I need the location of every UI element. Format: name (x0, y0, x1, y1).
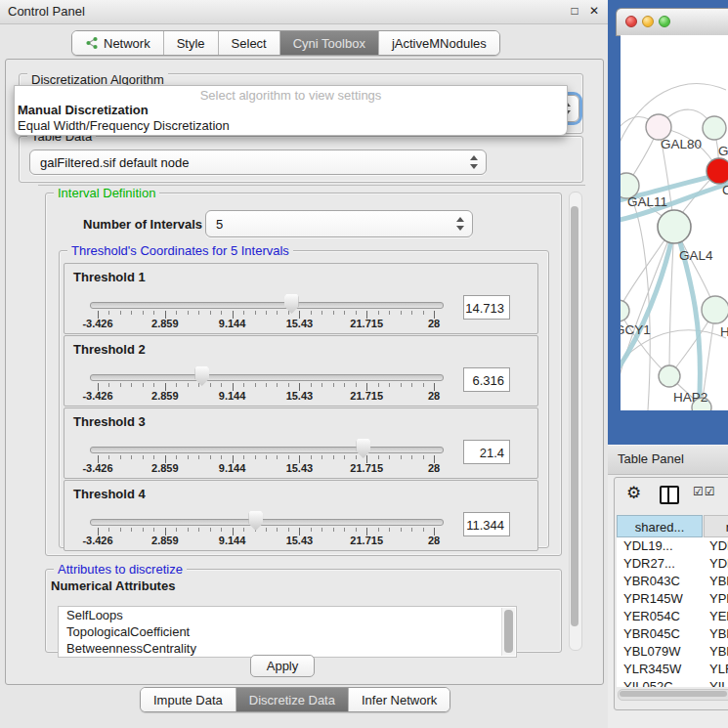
gear-icon[interactable]: ⚙ (626, 483, 641, 503)
threshold-3-slider-thumb[interactable] (356, 439, 370, 458)
threshold-1-value-field[interactable]: 14.713 (463, 295, 510, 320)
tick-label: 28 (428, 390, 440, 402)
content-scrollbar-thumb[interactable] (571, 206, 578, 626)
cell-name: YIL0 (706, 678, 728, 687)
select-columns-icon[interactable]: ☑☑ (693, 485, 716, 498)
right-region: GAL80 GA C GAL11 GAL4 GCY1 H HAP2 Table … (608, 0, 728, 728)
zoom-traffic-light-icon[interactable] (659, 16, 670, 27)
bottom-tab-strip: Impute Data Discretize Data Infer Networ… (140, 687, 450, 712)
network-window-titlebar[interactable] (616, 8, 728, 36)
cell-shared-name: YBR043C (617, 573, 706, 590)
node-label-cut-right: H (720, 324, 728, 339)
network-view-canvas[interactable]: GAL80 GA C GAL11 GAL4 GCY1 H HAP2 (621, 35, 728, 410)
network-graph: GAL80 GA C GAL11 GAL4 GCY1 H HAP2 (621, 35, 728, 410)
combo-stepper-icon (456, 217, 465, 231)
threshold-3-value-field[interactable]: 21.4 (463, 440, 510, 464)
tick-label: -3.426 (82, 390, 112, 402)
table-row[interactable]: YPR145WYPR1 (617, 590, 728, 608)
combo-stepper-icon (470, 155, 479, 169)
apply-button[interactable]: Apply (250, 655, 315, 677)
node-hap2[interactable] (659, 365, 680, 387)
table-data-combobox[interactable]: galFiltered.sif default node (29, 150, 487, 175)
tab-infer-network[interactable]: Infer Network (349, 688, 450, 711)
threshold-2-value-field[interactable]: 6.316 (463, 367, 510, 392)
tab-cyni-toolbox-label: Cyni Toolbox (293, 36, 365, 51)
table-row[interactable]: YDR27...YDR2 (617, 555, 728, 573)
algorithm-option-manual[interactable]: Manual Discretization (17, 103, 565, 118)
table-horizontal-scrollbar-thumb[interactable] (620, 691, 727, 697)
table-row[interactable]: YBL079WYBL0 (617, 643, 728, 661)
table-row[interactable]: YLR345WYLR3 (617, 661, 728, 678)
tab-jactivemnodules[interactable]: jActiveMNodules (379, 31, 499, 55)
list-item[interactable]: TopologicalCoefficient (59, 623, 516, 640)
tab-discretize-data[interactable]: Discretize Data (236, 688, 349, 711)
tick-label: 21.715 (350, 318, 383, 329)
interval-definition-group-title: Interval Definition (54, 186, 159, 200)
list-scrollbar[interactable] (501, 608, 515, 656)
cell-shared-name: YDL19... (617, 537, 706, 555)
table-row[interactable]: YDL19...YDL1 (617, 537, 728, 555)
node-gal4[interactable] (658, 210, 691, 243)
table-data-group: Table Data galFiltered.sif default node (19, 136, 583, 183)
column-header-name[interactable]: na (704, 515, 728, 537)
tab-cyni-toolbox[interactable]: Cyni Toolbox (280, 31, 379, 55)
float-window-icon[interactable]: □ (567, 3, 582, 19)
minimize-traffic-light-icon[interactable] (642, 16, 654, 27)
node-top-right[interactable] (703, 116, 726, 140)
number-of-intervals-combobox[interactable]: 5 (205, 210, 473, 237)
cell-name: YER0 (706, 608, 728, 625)
tab-impute-data[interactable]: Impute Data (141, 688, 236, 711)
threshold-1-panel: Threshold 1 -3.426 2.859 9.144 15.43 (64, 263, 538, 334)
tab-style[interactable]: Style (164, 31, 219, 55)
tab-network-label: Network (104, 36, 150, 51)
tick-label: 28 (428, 535, 440, 546)
top-tab-strip: Network Style Select Cyni Toolbox jActiv… (71, 30, 500, 56)
list-item[interactable]: SelfLoops (59, 607, 516, 623)
column-header-shared[interactable]: shared... (617, 515, 703, 537)
screen: { "window": {"title": "Control Panel", "… (0, 0, 728, 728)
cell-name: YBR0 (706, 573, 728, 590)
tick-label: 2.859 (151, 462, 179, 474)
threshold-2-slider-thumb[interactable] (194, 366, 209, 386)
table-horizontal-scrollbar[interactable] (618, 689, 728, 701)
node-gcy1[interactable] (621, 300, 629, 321)
table-row[interactable]: YBR045CYBR0 (617, 625, 728, 643)
cell-shared-name: YER054C (617, 608, 706, 625)
tick-label: 28 (428, 318, 440, 329)
tab-select[interactable]: Select (219, 31, 280, 55)
table-row[interactable]: YER054CYER0 (617, 608, 728, 625)
tick-label: 9.144 (219, 535, 246, 546)
tick-label: -3.426 (82, 318, 112, 329)
table-row[interactable]: YIL052CYIL0 (617, 678, 728, 687)
tab-network[interactable]: Network (72, 31, 164, 55)
thresholds-group-title: Threshold's Coordinates for 5 Intervals (67, 243, 293, 258)
numerical-attributes-label: Numerical Attributes (51, 578, 175, 593)
algorithm-placeholder-option[interactable]: Select algorithm to view settings (15, 88, 567, 103)
node-label-cut-red: C (722, 183, 728, 197)
node-label-gcy1: GCY1 (621, 322, 651, 337)
number-of-intervals-label: Number of Intervals (83, 217, 202, 232)
table-row[interactable]: YBR043CYBR0 (617, 573, 728, 590)
tick-label: 2.859 (151, 535, 179, 546)
tick-label: 2.859 (151, 390, 179, 402)
tick-label: 2.859 (151, 318, 179, 329)
node-right-h[interactable] (702, 296, 728, 323)
split-columns-icon[interactable] (660, 486, 679, 504)
threshold-1-slider-thumb[interactable] (284, 294, 299, 314)
cell-shared-name: YLR345W (617, 661, 706, 678)
tick-label: 21.715 (350, 390, 383, 402)
tick-label: 28 (428, 462, 440, 474)
threshold-4-value-field[interactable]: 11.344 (463, 512, 510, 536)
algorithm-option-equal-width[interactable]: Equal Width/Frequency Discretization (17, 118, 565, 134)
list-scrollbar-thumb[interactable] (504, 610, 513, 653)
slider-tick-labels: -3.426 2.859 9.144 15.43 21.715 28 (98, 318, 434, 329)
threshold-4-slider-thumb[interactable] (248, 511, 263, 531)
close-traffic-light-icon[interactable] (625, 16, 637, 27)
close-window-icon[interactable]: ✕ (586, 3, 602, 19)
table-rows: YDL19...YDL1 YDR27...YDR2 YBR043CYBR0 YP… (617, 537, 728, 687)
node-label-gal80: GAL80 (661, 137, 702, 151)
settings-scroll-area: Interval Definition Number of Intervals … (38, 185, 585, 683)
content-scrollbar[interactable] (569, 192, 582, 651)
node-selected-red[interactable] (707, 158, 728, 184)
algorithm-dropdown-popup: Select algorithm to view settings Manual… (14, 85, 568, 136)
